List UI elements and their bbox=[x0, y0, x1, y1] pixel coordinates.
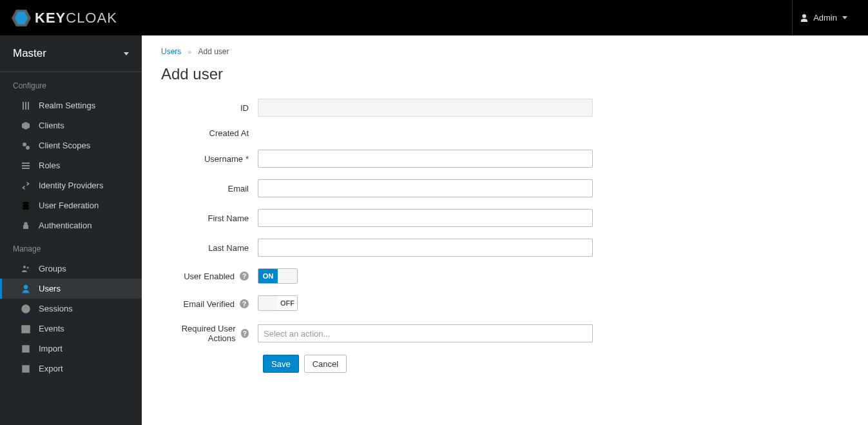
breadcrumb-link-users[interactable]: Users bbox=[161, 47, 181, 56]
last-name-field[interactable] bbox=[258, 239, 593, 257]
sidebar-item-authentication[interactable]: Authentication bbox=[0, 215, 142, 235]
breadcrumb-current: Add user bbox=[198, 47, 229, 56]
user-icon bbox=[800, 14, 808, 22]
help-icon[interactable]: ? bbox=[240, 272, 249, 281]
required-indicator: * bbox=[246, 154, 249, 164]
username-field[interactable] bbox=[258, 150, 593, 168]
svg-point-14 bbox=[23, 266, 26, 268]
user-label: Admin bbox=[813, 13, 837, 23]
svg-rect-9 bbox=[22, 168, 30, 169]
main-content: Users » Add user Add user ID Created At … bbox=[142, 35, 868, 425]
first-name-field[interactable] bbox=[258, 209, 593, 227]
svg-point-6 bbox=[26, 146, 30, 150]
cancel-button[interactable]: Cancel bbox=[304, 355, 347, 373]
save-button[interactable]: Save bbox=[263, 355, 299, 373]
sidebar-item-client-scopes[interactable]: Client Scopes bbox=[0, 135, 142, 155]
label-created-at: Created At bbox=[161, 128, 258, 138]
user-menu[interactable]: Admin bbox=[792, 0, 855, 35]
sidebar-item-label: Import bbox=[39, 344, 63, 353]
svg-point-10 bbox=[23, 202, 29, 204]
svg-point-5 bbox=[23, 143, 26, 146]
sidebar-item-label: Client Scopes bbox=[39, 141, 90, 150]
svg-rect-13 bbox=[23, 225, 28, 229]
users-group-icon bbox=[21, 264, 31, 273]
sidebar-item-user-federation[interactable]: User Federation bbox=[0, 195, 142, 215]
breadcrumb: Users » Add user bbox=[161, 47, 849, 56]
toggle-handle bbox=[278, 269, 297, 283]
sidebar-item-sessions[interactable]: Sessions bbox=[0, 299, 142, 319]
sidebar-item-roles[interactable]: Roles bbox=[0, 155, 142, 175]
svg-point-16 bbox=[24, 285, 28, 289]
svg-rect-2 bbox=[23, 102, 24, 110]
sidebar-item-export[interactable]: Export bbox=[0, 359, 142, 379]
svg-rect-3 bbox=[25, 102, 26, 110]
sidebar-item-label: Roles bbox=[39, 161, 60, 170]
svg-rect-4 bbox=[28, 102, 29, 110]
label-user-enabled: User Enabled bbox=[184, 272, 235, 281]
sidebar-item-users[interactable]: Users bbox=[0, 279, 142, 299]
email-verified-toggle[interactable]: OFF bbox=[258, 295, 298, 311]
svg-point-15 bbox=[27, 266, 29, 268]
sidebar-item-label: Export bbox=[39, 364, 63, 373]
svg-rect-7 bbox=[22, 163, 30, 164]
realm-selector[interactable]: Master bbox=[0, 35, 142, 72]
cube-icon bbox=[21, 121, 31, 130]
import-icon bbox=[21, 344, 31, 353]
breadcrumb-separator: » bbox=[188, 48, 191, 55]
sidebar-item-realm-settings[interactable]: Realm Settings bbox=[0, 95, 142, 115]
required-actions-select[interactable]: Select an action... bbox=[258, 324, 593, 342]
clock-icon bbox=[21, 304, 31, 313]
sidebar-item-label: User Federation bbox=[39, 201, 99, 210]
user-enabled-toggle[interactable]: ON bbox=[258, 268, 298, 284]
toggle-on-label: ON bbox=[258, 269, 278, 283]
sidebar-section-configure: Configure bbox=[0, 72, 142, 95]
brand-logo[interactable]: KEYCLOAK bbox=[12, 10, 117, 26]
calendar-icon bbox=[21, 324, 31, 333]
gears-icon bbox=[21, 141, 31, 150]
sliders-icon bbox=[21, 101, 31, 110]
sidebar-item-label: Events bbox=[39, 324, 64, 333]
brand-name-light: CLOAK bbox=[66, 10, 117, 26]
select-placeholder: Select an action... bbox=[264, 329, 330, 339]
sidebar-item-groups[interactable]: Groups bbox=[0, 259, 142, 279]
sidebar-item-label: Users bbox=[39, 284, 61, 293]
label-first-name: First Name bbox=[161, 213, 258, 223]
keycloak-logo-icon bbox=[12, 10, 31, 26]
label-id: ID bbox=[161, 103, 258, 113]
sidebar-item-identity-providers[interactable]: Identity Providers bbox=[0, 175, 142, 195]
label-last-name: Last Name bbox=[161, 243, 258, 253]
top-bar: KEYCLOAK Admin bbox=[0, 0, 868, 35]
svg-rect-8 bbox=[22, 165, 30, 166]
realm-name: Master bbox=[13, 47, 46, 60]
label-username: Username bbox=[204, 154, 243, 164]
help-icon[interactable]: ? bbox=[241, 329, 249, 338]
list-icon bbox=[21, 161, 31, 170]
sidebar-item-import[interactable]: Import bbox=[0, 339, 142, 359]
toggle-off-label: OFF bbox=[278, 296, 297, 310]
database-icon bbox=[21, 201, 31, 210]
sidebar-item-label: Identity Providers bbox=[39, 181, 103, 190]
chevron-down-icon bbox=[124, 52, 129, 55]
brand-name-bold: KEY bbox=[35, 10, 66, 26]
export-icon bbox=[21, 364, 31, 373]
help-icon[interactable]: ? bbox=[240, 299, 249, 308]
label-email-verified: Email Verified bbox=[184, 299, 235, 309]
user-icon bbox=[21, 284, 31, 293]
brand-name: KEYCLOAK bbox=[35, 10, 117, 26]
exchange-icon bbox=[21, 181, 31, 190]
sidebar-item-events[interactable]: Events bbox=[0, 319, 142, 339]
id-field bbox=[258, 99, 593, 117]
page-title: Add user bbox=[161, 65, 849, 83]
sidebar: Master Configure Realm Settings Clients … bbox=[0, 35, 142, 425]
sidebar-item-label: Sessions bbox=[39, 304, 73, 313]
lock-icon bbox=[21, 221, 31, 230]
sidebar-item-clients[interactable]: Clients bbox=[0, 115, 142, 135]
sidebar-item-label: Groups bbox=[39, 264, 66, 273]
svg-rect-19 bbox=[22, 326, 30, 328]
sidebar-item-label: Realm Settings bbox=[39, 101, 95, 110]
email-field[interactable] bbox=[258, 179, 593, 197]
chevron-down-icon bbox=[842, 16, 847, 19]
sidebar-item-label: Clients bbox=[39, 121, 64, 130]
toggle-handle bbox=[258, 296, 278, 310]
sidebar-section-manage: Manage bbox=[0, 235, 142, 259]
